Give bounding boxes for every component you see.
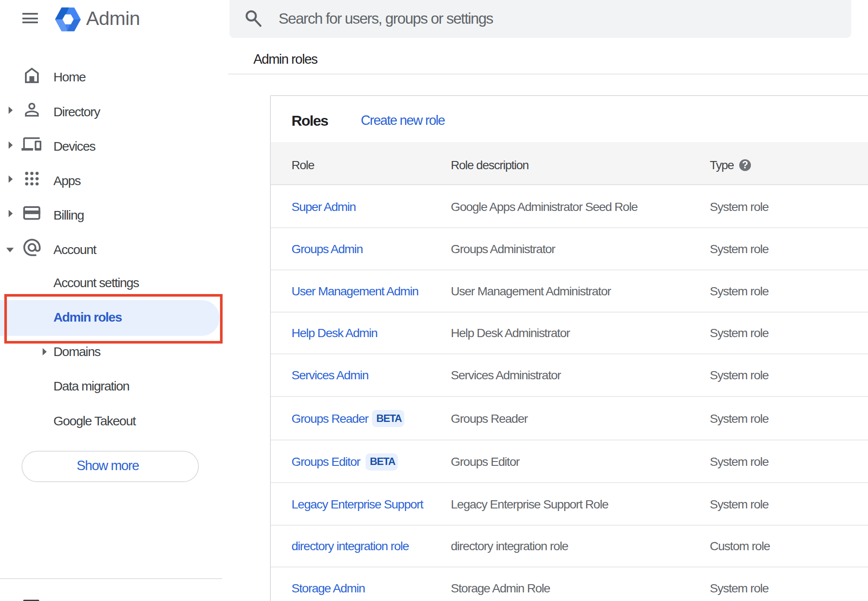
svg-text:?: ? xyxy=(742,159,748,170)
